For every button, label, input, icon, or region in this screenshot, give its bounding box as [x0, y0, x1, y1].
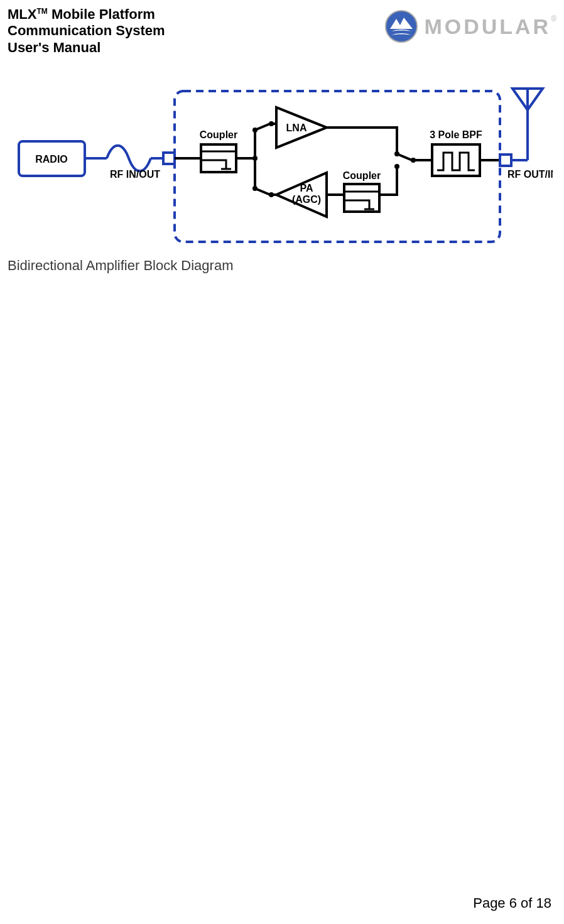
coupler2-label: Coupler: [343, 170, 381, 181]
title-line2: Communication System: [8, 23, 165, 38]
lna-label: LNA: [286, 122, 307, 133]
svg-rect-17: [500, 155, 511, 166]
svg-rect-2: [163, 153, 175, 164]
pa-label-line1: PA: [300, 183, 313, 193]
brand-logo: MODULAR®: [385, 10, 556, 43]
doc-title: MLXTM Mobile Platform Communication Syst…: [8, 6, 165, 56]
title-line3: User's Manual: [8, 40, 100, 55]
pa-label-line2: (AGC): [292, 194, 321, 205]
rf-out-in-right-label: RF OUT/IN: [507, 169, 553, 180]
page-header: MLXTM Mobile Platform Communication Syst…: [8, 6, 556, 56]
rf-in-out-left-label: RF IN/OUT: [110, 169, 160, 180]
block-diagram: RADIO RF IN/OUT Coupler: [13, 85, 553, 248]
registered-mark: ®: [551, 14, 556, 23]
title-line1-rest: Mobile Platform: [48, 6, 155, 22]
title-prefix: MLX: [8, 6, 36, 22]
svg-point-7: [252, 186, 258, 191]
document-page: MLXTM Mobile Platform Communication Syst…: [0, 0, 564, 924]
logo-wordmark: MODULAR: [424, 14, 551, 38]
svg-point-9: [252, 156, 258, 161]
svg-point-14: [394, 164, 399, 169]
svg-point-5: [252, 128, 258, 133]
svg-rect-4: [201, 144, 236, 172]
figure-caption: Bidirectional Amplifier Block Diagram: [8, 258, 233, 274]
mountain-badge-icon: [385, 10, 418, 43]
page-number: Page 6 of 18: [473, 895, 551, 911]
title-tm: TM: [36, 7, 47, 16]
bpf-label: 3 Pole BPF: [430, 129, 482, 140]
coupler1-label: Coupler: [200, 129, 237, 140]
svg-rect-12: [344, 184, 379, 212]
radio-label: RADIO: [35, 154, 68, 165]
